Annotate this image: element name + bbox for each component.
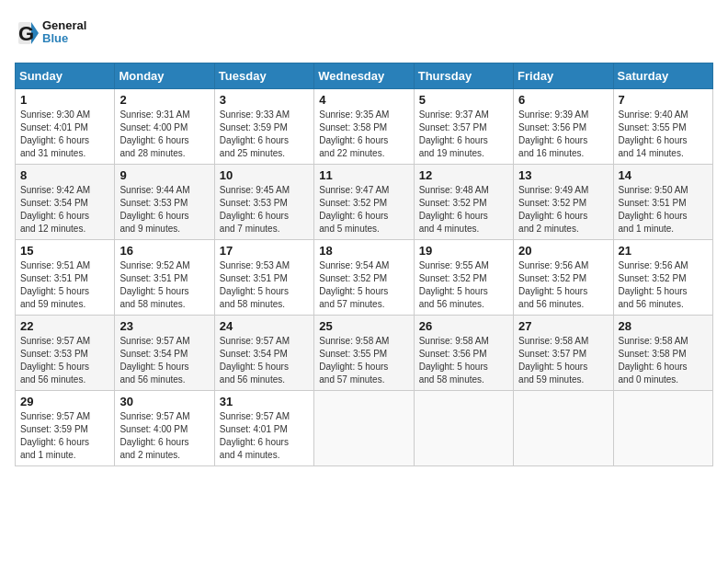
day-number: 13: [518, 168, 608, 182]
day-info: Sunrise: 9:58 AM Sunset: 3:57 PM Dayligh…: [518, 335, 608, 386]
day-info: Sunrise: 9:40 AM Sunset: 3:55 PM Dayligh…: [619, 109, 708, 160]
day-info: Sunrise: 9:57 AM Sunset: 3:53 PM Dayligh…: [20, 335, 109, 386]
week-row-4: 22Sunrise: 9:57 AM Sunset: 3:53 PM Dayli…: [16, 316, 713, 391]
day-info: Sunrise: 9:50 AM Sunset: 3:51 PM Dayligh…: [619, 184, 708, 236]
header-day-tuesday: Tuesday: [214, 63, 313, 89]
calendar-cell: [613, 391, 712, 466]
header-day-sunday: Sunday: [16, 63, 115, 89]
day-info: Sunrise: 9:57 AM Sunset: 4:01 PM Dayligh…: [220, 410, 309, 462]
svg-text:G: G: [18, 22, 34, 45]
day-number: 2: [119, 93, 209, 107]
header-day-thursday: Thursday: [414, 63, 513, 89]
calendar-cell: 14Sunrise: 9:50 AM Sunset: 3:51 PM Dayli…: [613, 165, 712, 240]
day-number: 25: [319, 319, 408, 333]
calendar-cell: 4Sunrise: 9:35 AM Sunset: 3:58 PM Daylig…: [314, 89, 414, 165]
day-number: 28: [619, 319, 708, 333]
calendar-cell: 10Sunrise: 9:45 AM Sunset: 3:53 PM Dayli…: [214, 165, 313, 240]
day-number: 10: [220, 168, 309, 182]
week-row-2: 8Sunrise: 9:42 AM Sunset: 3:54 PM Daylig…: [16, 165, 713, 240]
day-info: Sunrise: 9:42 AM Sunset: 3:54 PM Dayligh…: [20, 184, 109, 236]
day-number: 26: [419, 319, 508, 333]
calendar-cell: 25Sunrise: 9:58 AM Sunset: 3:55 PM Dayli…: [314, 316, 414, 391]
day-info: Sunrise: 9:56 AM Sunset: 3:52 PM Dayligh…: [619, 259, 708, 311]
calendar-cell: 16Sunrise: 9:52 AM Sunset: 3:51 PM Dayli…: [115, 240, 214, 316]
day-number: 23: [119, 319, 209, 333]
week-row-3: 15Sunrise: 9:51 AM Sunset: 3:51 PM Dayli…: [16, 240, 713, 316]
day-number: 31: [220, 395, 309, 408]
day-number: 20: [518, 244, 608, 258]
day-info: Sunrise: 9:54 AM Sunset: 3:52 PM Dayligh…: [319, 259, 408, 311]
day-info: Sunrise: 9:51 AM Sunset: 3:51 PM Dayligh…: [20, 259, 109, 311]
calendar-cell: 21Sunrise: 9:56 AM Sunset: 3:52 PM Dayli…: [613, 240, 712, 316]
header-day-monday: Monday: [115, 63, 214, 89]
calendar-cell: 31Sunrise: 9:57 AM Sunset: 4:01 PM Dayli…: [214, 391, 313, 466]
header-day-saturday: Saturday: [613, 63, 712, 89]
day-number: 1: [20, 93, 109, 107]
calendar-cell: 7Sunrise: 9:40 AM Sunset: 3:55 PM Daylig…: [613, 89, 712, 165]
day-info: Sunrise: 9:33 AM Sunset: 3:59 PM Dayligh…: [220, 109, 309, 160]
header-day-wednesday: Wednesday: [314, 63, 414, 89]
day-number: 8: [20, 168, 109, 182]
day-number: 9: [119, 168, 209, 182]
day-info: Sunrise: 9:57 AM Sunset: 3:54 PM Dayligh…: [220, 335, 309, 386]
calendar-cell: 13Sunrise: 9:49 AM Sunset: 3:52 PM Dayli…: [514, 165, 613, 240]
calendar-cell: [414, 391, 513, 466]
day-info: Sunrise: 9:44 AM Sunset: 3:53 PM Dayligh…: [119, 184, 209, 236]
day-info: Sunrise: 9:37 AM Sunset: 3:57 PM Dayligh…: [419, 109, 508, 160]
day-info: Sunrise: 9:39 AM Sunset: 3:56 PM Dayligh…: [518, 109, 608, 160]
calendar-cell: 1Sunrise: 9:30 AM Sunset: 4:01 PM Daylig…: [16, 89, 115, 165]
day-info: Sunrise: 9:47 AM Sunset: 3:52 PM Dayligh…: [319, 184, 408, 236]
calendar-cell: 5Sunrise: 9:37 AM Sunset: 3:57 PM Daylig…: [414, 89, 513, 165]
day-info: Sunrise: 9:56 AM Sunset: 3:52 PM Dayligh…: [518, 259, 608, 311]
day-info: Sunrise: 9:55 AM Sunset: 3:52 PM Dayligh…: [419, 259, 508, 311]
day-number: 21: [619, 244, 708, 258]
day-info: Sunrise: 9:30 AM Sunset: 4:01 PM Dayligh…: [20, 109, 109, 160]
header-day-friday: Friday: [514, 63, 613, 89]
calendar-cell: [514, 391, 613, 466]
day-number: 19: [419, 244, 508, 258]
calendar-cell: 22Sunrise: 9:57 AM Sunset: 3:53 PM Dayli…: [16, 316, 115, 391]
day-number: 18: [319, 244, 408, 258]
calendar-table: SundayMondayTuesdayWednesdayThursdayFrid…: [15, 63, 713, 466]
day-number: 16: [119, 244, 209, 258]
calendar-cell: 3Sunrise: 9:33 AM Sunset: 3:59 PM Daylig…: [214, 89, 313, 165]
day-info: Sunrise: 9:48 AM Sunset: 3:52 PM Dayligh…: [419, 184, 508, 236]
day-info: Sunrise: 9:57 AM Sunset: 3:59 PM Dayligh…: [20, 410, 109, 462]
calendar-cell: 28Sunrise: 9:58 AM Sunset: 3:58 PM Dayli…: [613, 316, 712, 391]
day-number: 27: [518, 319, 608, 333]
week-row-1: 1Sunrise: 9:30 AM Sunset: 4:01 PM Daylig…: [16, 89, 713, 165]
day-number: 17: [220, 244, 309, 258]
calendar-cell: 15Sunrise: 9:51 AM Sunset: 3:51 PM Dayli…: [16, 240, 115, 316]
logo-svg: General Blue G: [15, 15, 107, 52]
week-row-5: 29Sunrise: 9:57 AM Sunset: 3:59 PM Dayli…: [16, 391, 713, 466]
calendar-cell: 26Sunrise: 9:58 AM Sunset: 3:56 PM Dayli…: [414, 316, 513, 391]
calendar-cell: 2Sunrise: 9:31 AM Sunset: 4:00 PM Daylig…: [115, 89, 214, 165]
day-number: 5: [419, 93, 508, 107]
day-info: Sunrise: 9:49 AM Sunset: 3:52 PM Dayligh…: [518, 184, 608, 236]
svg-text:Blue: Blue: [42, 31, 68, 45]
day-info: Sunrise: 9:31 AM Sunset: 4:00 PM Dayligh…: [119, 109, 209, 160]
day-number: 3: [220, 93, 309, 107]
day-number: 24: [220, 319, 309, 333]
day-info: Sunrise: 9:57 AM Sunset: 4:00 PM Dayligh…: [119, 410, 209, 462]
calendar-cell: 6Sunrise: 9:39 AM Sunset: 3:56 PM Daylig…: [514, 89, 613, 165]
day-number: 6: [518, 93, 608, 107]
day-info: Sunrise: 9:35 AM Sunset: 3:58 PM Dayligh…: [319, 109, 408, 160]
day-info: Sunrise: 9:53 AM Sunset: 3:51 PM Dayligh…: [220, 259, 309, 311]
calendar-cell: 30Sunrise: 9:57 AM Sunset: 4:00 PM Dayli…: [115, 391, 214, 466]
calendar-cell: 11Sunrise: 9:47 AM Sunset: 3:52 PM Dayli…: [314, 165, 414, 240]
day-number: 22: [20, 319, 109, 333]
logo: General Blue G: [15, 15, 107, 52]
day-number: 7: [619, 93, 708, 107]
day-number: 11: [319, 168, 408, 182]
calendar-header: SundayMondayTuesdayWednesdayThursdayFrid…: [16, 63, 713, 89]
day-number: 12: [419, 168, 508, 182]
calendar-cell: 20Sunrise: 9:56 AM Sunset: 3:52 PM Dayli…: [514, 240, 613, 316]
day-number: 15: [20, 244, 109, 258]
calendar-cell: 12Sunrise: 9:48 AM Sunset: 3:52 PM Dayli…: [414, 165, 513, 240]
page-header: General Blue G: [15, 15, 713, 52]
day-info: Sunrise: 9:58 AM Sunset: 3:55 PM Dayligh…: [319, 335, 408, 386]
calendar-body: 1Sunrise: 9:30 AM Sunset: 4:01 PM Daylig…: [16, 89, 713, 466]
calendar-cell: 8Sunrise: 9:42 AM Sunset: 3:54 PM Daylig…: [16, 165, 115, 240]
day-number: 30: [119, 395, 209, 408]
